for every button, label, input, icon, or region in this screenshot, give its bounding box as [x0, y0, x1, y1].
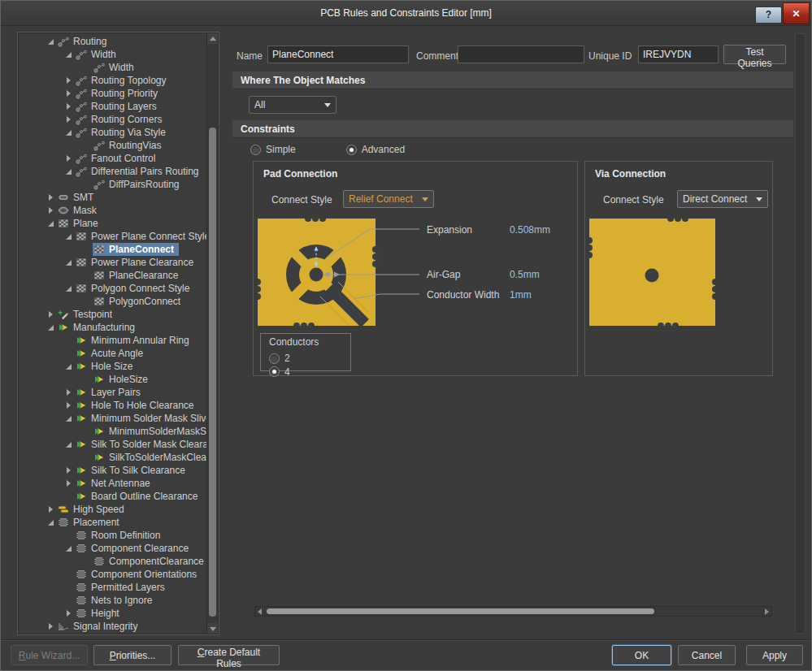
priorities-button[interactable]: Priorities...: [93, 645, 172, 665]
tree-item-power-plane-clearance[interactable]: Power Plane Clearance: [20, 256, 206, 269]
mode-radio-advanced[interactable]: Advanced: [346, 144, 405, 155]
tree-item-nets-to-ignore[interactable]: Nets to Ignore: [20, 594, 206, 607]
tree-item-routing[interactable]: Routing: [20, 35, 206, 48]
tree-item-silktosoldermaskclearance[interactable]: SilkToSolderMaskClearance: [20, 451, 206, 464]
tree-item-diffpairsrouting[interactable]: DiffPairsRouting: [20, 178, 206, 191]
mode-radio-simple[interactable]: Simple: [250, 144, 296, 155]
tree-item-plane[interactable]: Plane: [20, 217, 206, 230]
expand-triangle-icon[interactable]: [63, 465, 75, 476]
collapse-triangle-icon[interactable]: [63, 257, 75, 268]
tree-item-silk-to-silk-clearance[interactable]: Silk To Silk Clearance: [20, 464, 206, 477]
tree-item-differential-pairs-routing[interactable]: Differential Pairs Routing: [20, 165, 206, 178]
pad-connect-style-dropdown[interactable]: Relief Connect: [343, 190, 434, 208]
collapse-triangle-icon[interactable]: [63, 413, 75, 424]
unique-id-input[interactable]: [638, 45, 719, 63]
tree-scrollbar-thumb[interactable]: [209, 128, 216, 617]
test-queries-button[interactable]: Test Queries: [723, 45, 786, 64]
expand-triangle-icon[interactable]: [63, 75, 75, 86]
tree-item-permitted-layers[interactable]: Permitted Layers: [20, 581, 206, 594]
tree-item-routing-via-style[interactable]: Routing Via Style: [20, 126, 206, 139]
tree-item-acute-angle[interactable]: Acute Angle: [20, 347, 206, 360]
collapse-triangle-icon[interactable]: [46, 36, 57, 47]
expand-triangle-icon[interactable]: [46, 192, 57, 203]
apply-button[interactable]: Apply: [746, 645, 803, 665]
expand-triangle-icon[interactable]: [46, 205, 57, 216]
tree-item-layer-pairs[interactable]: Layer Pairs: [20, 386, 206, 399]
tree-item-hole-to-hole-clearance[interactable]: Hole To Hole Clearance: [20, 399, 206, 412]
comment-input[interactable]: [458, 45, 584, 63]
conductors-radio-4[interactable]: 4: [269, 366, 290, 378]
expand-triangle-icon[interactable]: [46, 309, 57, 320]
tree-item-planeclearance[interactable]: PlaneClearance: [20, 269, 206, 282]
tree-item-planeconnect[interactable]: PlaneConnect: [20, 243, 206, 256]
create-default-rules-button[interactable]: Create Default Rules: [178, 645, 280, 665]
collapse-triangle-icon[interactable]: [63, 231, 75, 242]
collapse-triangle-icon[interactable]: [46, 322, 57, 333]
tree-item-minimumsoldermasksliver[interactable]: MinimumSolderMaskSliver: [20, 425, 206, 438]
collapse-triangle-icon[interactable]: [46, 218, 57, 229]
tree-item-routing-layers[interactable]: Routing Layers: [20, 100, 206, 113]
expand-triangle-icon[interactable]: [63, 88, 75, 99]
name-input[interactable]: [267, 45, 409, 63]
expand-triangle-icon[interactable]: [46, 504, 57, 515]
scroll-right-icon[interactable]: [762, 607, 771, 616]
tree-item-silk-to-solder-mask-clearance[interactable]: Silk To Solder Mask Clearance: [20, 438, 206, 451]
expand-triangle-icon[interactable]: [63, 608, 75, 619]
tree-item-hole-size[interactable]: Hole Size: [20, 360, 206, 373]
collapse-triangle-icon[interactable]: [63, 49, 75, 60]
tree-item-height[interactable]: Height: [20, 607, 206, 620]
horizontal-scrollbar-thumb[interactable]: [267, 608, 654, 614]
tree-item-routing-topology[interactable]: Routing Topology: [20, 74, 206, 87]
tree-item-minimum-annular-ring[interactable]: Minimum Annular Ring: [20, 334, 206, 347]
tree-item-routing-corners[interactable]: Routing Corners: [20, 113, 206, 126]
tree-item-high-speed[interactable]: High Speed: [20, 503, 206, 516]
conductors-radio-2[interactable]: 2: [269, 353, 290, 364]
tree-item-room-definition[interactable]: Room Definition: [20, 529, 206, 542]
tree-item-testpoint[interactable]: Testpoint: [20, 308, 206, 321]
expand-triangle-icon[interactable]: [46, 621, 57, 632]
tree-item-placement[interactable]: Placement: [20, 516, 206, 529]
ok-button[interactable]: OK: [612, 645, 671, 665]
tree-item-holesize[interactable]: HoleSize: [20, 373, 206, 386]
tree-item-smt[interactable]: SMT: [20, 191, 206, 204]
collapse-triangle-icon[interactable]: [63, 127, 75, 138]
tree-item-power-plane-connect-style[interactable]: Power Plane Connect Style: [20, 230, 206, 243]
tree-item-width[interactable]: Width: [20, 48, 206, 61]
expand-triangle-icon[interactable]: [63, 400, 75, 411]
vertical-scrollbar-track[interactable]: [795, 33, 805, 634]
tree-item-routing-priority[interactable]: Routing Priority: [20, 87, 206, 100]
expand-triangle-icon[interactable]: [63, 387, 75, 398]
tree-item-componentclearance[interactable]: ComponentClearance: [20, 555, 206, 568]
tree-item-net-antennae[interactable]: Net Antennae: [20, 477, 206, 490]
scope-dropdown[interactable]: All: [249, 96, 337, 114]
scroll-left-icon[interactable]: [255, 607, 265, 616]
tree-item-routingvias[interactable]: RoutingVias: [20, 139, 206, 152]
collapse-triangle-icon[interactable]: [63, 439, 75, 450]
tree-item-component-clearance[interactable]: Component Clearance: [20, 542, 206, 555]
help-button[interactable]: ?: [755, 6, 782, 24]
expand-triangle-icon[interactable]: [63, 101, 75, 112]
collapse-triangle-icon[interactable]: [63, 166, 75, 177]
tree-item-width[interactable]: Width: [20, 61, 206, 74]
expand-triangle-icon[interactable]: [63, 114, 75, 125]
via-connect-style-dropdown[interactable]: Direct Connect: [677, 190, 768, 208]
tree-item-mask[interactable]: Mask: [20, 204, 206, 217]
cancel-button[interactable]: Cancel: [678, 645, 736, 665]
expand-triangle-icon[interactable]: [63, 153, 75, 164]
collapse-triangle-icon[interactable]: [63, 283, 75, 294]
tree-item-signal-integrity[interactable]: Signal Integrity: [20, 620, 206, 633]
horizontal-scrollbar[interactable]: [254, 606, 772, 617]
tree-item-polygonconnect[interactable]: PolygonConnect: [20, 295, 206, 308]
tree-item-fanout-control[interactable]: Fanout Control: [20, 152, 206, 165]
tree-scrollbar[interactable]: [206, 33, 218, 634]
titlebar[interactable]: PCB Rules and Constraints Editor [mm] ? …: [1, 1, 811, 26]
close-button[interactable]: ˇ✕: [783, 2, 810, 24]
collapse-triangle-icon[interactable]: [46, 517, 57, 528]
collapse-triangle-icon[interactable]: [63, 361, 75, 372]
tree-item-polygon-connect-style[interactable]: Polygon Connect Style: [20, 282, 206, 295]
tree-item-manufacturing[interactable]: Manufacturing: [20, 321, 206, 334]
expand-triangle-icon[interactable]: [63, 478, 75, 489]
scroll-up-icon[interactable]: [207, 33, 218, 44]
tree-item-board-outline-clearance[interactable]: Board Outline Clearance: [20, 490, 206, 503]
tree-item-minimum-solder-mask-sliver[interactable]: Minimum Solder Mask Sliver: [20, 412, 206, 425]
